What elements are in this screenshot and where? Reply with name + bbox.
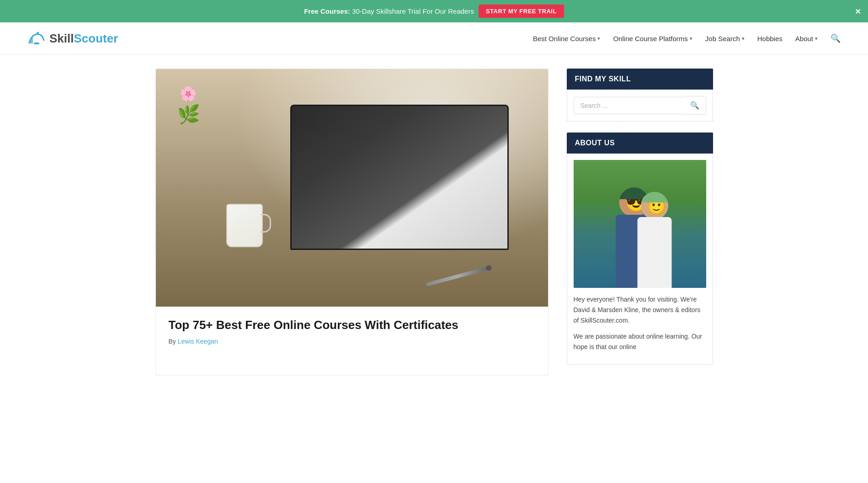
- main-container: Top 75+ Best Free Online Courses With Ce…: [137, 69, 731, 376]
- banner-text: Free Courses: 30-Day Skillshare Trial Fo…: [304, 7, 474, 15]
- nav-label: Hobbies: [757, 35, 783, 42]
- search-input[interactable]: [574, 97, 684, 114]
- search-icon[interactable]: 🔍: [831, 33, 841, 43]
- person-2-body: [637, 217, 671, 288]
- about-us-header: ABOUT US: [567, 133, 713, 154]
- logo-link[interactable]: SkillScouter: [27, 31, 118, 46]
- about-us-image: [574, 160, 706, 288]
- search-widget-body: 🔍: [567, 90, 713, 122]
- pen-decoration: [426, 266, 488, 287]
- logo-scouter: Scouter: [74, 32, 118, 45]
- coffee-mug: [226, 204, 263, 247]
- nav-item-best-online-courses[interactable]: Best Online Courses ▾: [533, 35, 601, 42]
- nav-item-online-course-platforms[interactable]: Online Course Platforms ▾: [613, 35, 692, 42]
- svg-rect-0: [34, 42, 39, 44]
- search-button[interactable]: 🔍: [684, 96, 706, 115]
- find-my-skill-header: FIND MY SKILL: [567, 69, 713, 90]
- logo-text: SkillScouter: [49, 32, 118, 46]
- author-link[interactable]: Lewis Keegan: [178, 338, 218, 345]
- chevron-down-icon: ▾: [815, 36, 818, 42]
- nav-item-about[interactable]: About ▾: [795, 35, 818, 42]
- about-us-widget: ABOUT US: [567, 133, 713, 365]
- about-us-text-2: We are passionate about online learning.…: [574, 331, 706, 352]
- banner-detail: 30-Day Skillshare Trial For Our Readers: [352, 7, 474, 15]
- flowers-decoration: [175, 81, 212, 172]
- nav-label: Best Online Courses: [533, 35, 596, 42]
- chevron-down-icon: ▾: [597, 36, 600, 42]
- banner-bold: Free Courses:: [304, 7, 350, 15]
- logo-icon: [27, 31, 46, 46]
- chevron-down-icon: ▾: [690, 36, 692, 42]
- article-author: By Lewis Keegan: [169, 338, 535, 345]
- about-us-text-1: Hey everyone! Thank you for visiting. We…: [574, 294, 706, 326]
- person-2: [629, 192, 680, 288]
- find-my-skill-widget: FIND MY SKILL 🔍: [567, 69, 713, 122]
- person-2-cap: [641, 192, 668, 200]
- person-2-head: [641, 192, 668, 219]
- sidebar: FIND MY SKILL 🔍 ABOUT US: [567, 69, 713, 376]
- article-image: [156, 69, 548, 307]
- cta-button[interactable]: START MY FREE TRAIL: [479, 5, 564, 18]
- author-prefix: By: [169, 338, 176, 345]
- nav-item-hobbies[interactable]: Hobbies: [757, 35, 783, 42]
- nav-label: Job Search: [705, 35, 740, 42]
- article-card: Top 75+ Best Free Online Courses With Ce…: [155, 69, 548, 376]
- nav-label: Online Course Platforms: [613, 35, 687, 42]
- top-banner: Free Courses: 30-Day Skillshare Trial Fo…: [0, 0, 868, 22]
- laptop-screen: [305, 109, 501, 233]
- logo-skill: Skill: [49, 32, 74, 45]
- close-banner-button[interactable]: ✕: [855, 7, 861, 16]
- about-us-body: Hey everyone! Thank you for visiting. We…: [567, 154, 713, 365]
- nav-item-job-search[interactable]: Job Search ▾: [705, 35, 745, 42]
- site-header: SkillScouter Best Online Courses ▾ Onlin…: [0, 22, 868, 55]
- article-body: Top 75+ Best Free Online Courses With Ce…: [156, 307, 548, 358]
- chevron-down-icon: ▾: [742, 36, 745, 42]
- main-nav: Best Online Courses ▾ Online Course Plat…: [533, 33, 841, 43]
- article-title: Top 75+ Best Free Online Courses With Ce…: [169, 318, 535, 333]
- nav-label: About: [795, 35, 813, 42]
